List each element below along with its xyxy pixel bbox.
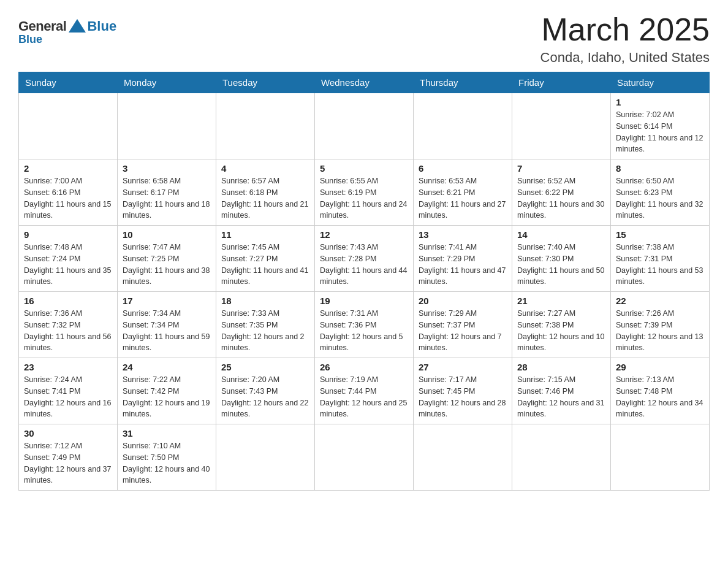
- day-info: Sunrise: 7:02 AMSunset: 6:14 PMDaylight:…: [616, 109, 704, 155]
- day-number: 29: [616, 362, 704, 372]
- day-number: 23: [24, 362, 112, 372]
- calendar-cell: 8Sunrise: 6:50 AMSunset: 6:23 PMDaylight…: [611, 159, 710, 226]
- day-info: Sunrise: 7:38 AMSunset: 7:31 PMDaylight:…: [616, 242, 704, 288]
- day-number: 30: [24, 428, 112, 439]
- calendar-cell: 2Sunrise: 7:00 AMSunset: 6:16 PMDaylight…: [19, 159, 118, 226]
- calendar-cell: 7Sunrise: 6:52 AMSunset: 6:22 PMDaylight…: [512, 159, 611, 226]
- day-number: 15: [616, 229, 704, 240]
- day-info: Sunrise: 7:10 AMSunset: 7:50 PMDaylight:…: [123, 440, 211, 486]
- logo-blue-text: Blue: [87, 18, 116, 34]
- day-info: Sunrise: 7:40 AMSunset: 7:30 PMDaylight:…: [517, 242, 605, 288]
- day-info: Sunrise: 7:20 AMSunset: 7:43 PMDaylight:…: [221, 374, 309, 420]
- day-info: Sunrise: 6:55 AMSunset: 6:19 PMDaylight:…: [320, 175, 408, 221]
- calendar-week-row: 30Sunrise: 7:12 AMSunset: 7:49 PMDayligh…: [19, 424, 710, 491]
- day-info: Sunrise: 7:34 AMSunset: 7:34 PMDaylight:…: [123, 308, 211, 354]
- calendar-cell: 30Sunrise: 7:12 AMSunset: 7:49 PMDayligh…: [19, 424, 118, 491]
- day-number: 7: [517, 163, 605, 174]
- calendar-day-header: Monday: [118, 72, 216, 93]
- calendar-cell: [315, 93, 414, 159]
- calendar-cell: 25Sunrise: 7:20 AMSunset: 7:43 PMDayligh…: [216, 358, 315, 424]
- calendar-cell: 6Sunrise: 6:53 AMSunset: 6:21 PMDaylight…: [414, 159, 512, 226]
- day-info: Sunrise: 7:48 AMSunset: 7:24 PMDaylight:…: [24, 242, 112, 288]
- day-info: Sunrise: 7:41 AMSunset: 7:29 PMDaylight:…: [419, 242, 507, 288]
- calendar-cell: [216, 93, 315, 159]
- calendar-cell: 23Sunrise: 7:24 AMSunset: 7:41 PMDayligh…: [19, 358, 118, 424]
- calendar-cell: 28Sunrise: 7:15 AMSunset: 7:46 PMDayligh…: [512, 358, 611, 424]
- day-number: 16: [24, 296, 112, 306]
- day-number: 31: [123, 428, 211, 439]
- calendar-cell: 24Sunrise: 7:22 AMSunset: 7:42 PMDayligh…: [118, 358, 216, 424]
- calendar-cell: 3Sunrise: 6:58 AMSunset: 6:17 PMDaylight…: [118, 159, 216, 226]
- calendar-day-header: Friday: [512, 72, 611, 93]
- calendar-cell: [414, 424, 512, 491]
- page-header: General Blue Blue March 2025 Conda, Idah…: [18, 12, 710, 66]
- calendar-cell: 1Sunrise: 7:02 AMSunset: 6:14 PMDaylight…: [611, 93, 710, 159]
- day-number: 13: [419, 229, 507, 240]
- calendar-day-header: Saturday: [611, 72, 710, 93]
- calendar-day-header: Wednesday: [315, 72, 414, 93]
- calendar-week-row: 16Sunrise: 7:36 AMSunset: 7:32 PMDayligh…: [19, 292, 710, 358]
- day-number: 21: [517, 296, 605, 306]
- day-info: Sunrise: 7:12 AMSunset: 7:49 PMDaylight:…: [24, 440, 112, 486]
- day-number: 6: [419, 163, 507, 174]
- calendar-cell: 16Sunrise: 7:36 AMSunset: 7:32 PMDayligh…: [19, 292, 118, 358]
- calendar-cell: [512, 424, 611, 491]
- day-info: Sunrise: 7:43 AMSunset: 7:28 PMDaylight:…: [320, 242, 408, 288]
- calendar-cell: [216, 424, 315, 491]
- calendar-cell: [414, 93, 512, 159]
- calendar-week-row: 9Sunrise: 7:48 AMSunset: 7:24 PMDaylight…: [19, 226, 710, 292]
- day-number: 1: [616, 97, 704, 107]
- day-number: 17: [123, 296, 211, 306]
- calendar-cell: 14Sunrise: 7:40 AMSunset: 7:30 PMDayligh…: [512, 226, 611, 292]
- day-info: Sunrise: 7:47 AMSunset: 7:25 PMDaylight:…: [123, 242, 211, 288]
- logo: General Blue Blue: [18, 18, 116, 46]
- day-info: Sunrise: 6:53 AMSunset: 6:21 PMDaylight:…: [419, 175, 507, 221]
- calendar-day-header: Sunday: [19, 72, 118, 93]
- day-info: Sunrise: 7:13 AMSunset: 7:48 PMDaylight:…: [616, 374, 704, 420]
- day-number: 8: [616, 163, 704, 174]
- day-number: 9: [24, 229, 112, 240]
- day-info: Sunrise: 7:31 AMSunset: 7:36 PMDaylight:…: [320, 308, 408, 354]
- calendar-week-row: 1Sunrise: 7:02 AMSunset: 6:14 PMDaylight…: [19, 93, 710, 159]
- calendar-cell: [19, 93, 118, 159]
- calendar-cell: 9Sunrise: 7:48 AMSunset: 7:24 PMDaylight…: [19, 226, 118, 292]
- title-block: March 2025 Conda, Idaho, United States: [540, 12, 710, 66]
- day-info: Sunrise: 7:00 AMSunset: 6:16 PMDaylight:…: [24, 175, 112, 221]
- day-info: Sunrise: 7:17 AMSunset: 7:45 PMDaylight:…: [419, 374, 507, 420]
- day-info: Sunrise: 7:19 AMSunset: 7:44 PMDaylight:…: [320, 374, 408, 420]
- day-number: 19: [320, 296, 408, 306]
- calendar-week-row: 2Sunrise: 7:00 AMSunset: 6:16 PMDaylight…: [19, 159, 710, 226]
- calendar-week-row: 23Sunrise: 7:24 AMSunset: 7:41 PMDayligh…: [19, 358, 710, 424]
- calendar-cell: 29Sunrise: 7:13 AMSunset: 7:48 PMDayligh…: [611, 358, 710, 424]
- day-info: Sunrise: 6:52 AMSunset: 6:22 PMDaylight:…: [517, 175, 605, 221]
- calendar-cell: 11Sunrise: 7:45 AMSunset: 7:27 PMDayligh…: [216, 226, 315, 292]
- day-info: Sunrise: 6:58 AMSunset: 6:17 PMDaylight:…: [123, 175, 211, 221]
- logo-blue-bottom: Blue: [18, 33, 42, 46]
- day-info: Sunrise: 6:50 AMSunset: 6:23 PMDaylight:…: [616, 175, 704, 221]
- calendar-cell: [611, 424, 710, 491]
- day-number: 4: [221, 163, 309, 174]
- calendar-cell: 13Sunrise: 7:41 AMSunset: 7:29 PMDayligh…: [414, 226, 512, 292]
- calendar-day-header: Tuesday: [216, 72, 315, 93]
- day-info: Sunrise: 7:27 AMSunset: 7:38 PMDaylight:…: [517, 308, 605, 354]
- day-number: 5: [320, 163, 408, 174]
- day-number: 25: [221, 362, 309, 372]
- calendar-header-row: SundayMondayTuesdayWednesdayThursdayFrid…: [19, 72, 710, 93]
- day-number: 24: [123, 362, 211, 372]
- day-number: 12: [320, 229, 408, 240]
- calendar-cell: 22Sunrise: 7:26 AMSunset: 7:39 PMDayligh…: [611, 292, 710, 358]
- day-info: Sunrise: 7:33 AMSunset: 7:35 PMDaylight:…: [221, 308, 309, 354]
- calendar-cell: 15Sunrise: 7:38 AMSunset: 7:31 PMDayligh…: [611, 226, 710, 292]
- calendar-cell: 26Sunrise: 7:19 AMSunset: 7:44 PMDayligh…: [315, 358, 414, 424]
- location-title: Conda, Idaho, United States: [540, 50, 710, 66]
- day-number: 14: [517, 229, 605, 240]
- day-info: Sunrise: 6:57 AMSunset: 6:18 PMDaylight:…: [221, 175, 309, 221]
- calendar-table: SundayMondayTuesdayWednesdayThursdayFrid…: [18, 72, 710, 491]
- day-number: 28: [517, 362, 605, 372]
- calendar-cell: 21Sunrise: 7:27 AMSunset: 7:38 PMDayligh…: [512, 292, 611, 358]
- day-number: 27: [419, 362, 507, 372]
- day-number: 26: [320, 362, 408, 372]
- day-number: 11: [221, 229, 309, 240]
- calendar-cell: 18Sunrise: 7:33 AMSunset: 7:35 PMDayligh…: [216, 292, 315, 358]
- day-info: Sunrise: 7:24 AMSunset: 7:41 PMDaylight:…: [24, 374, 112, 420]
